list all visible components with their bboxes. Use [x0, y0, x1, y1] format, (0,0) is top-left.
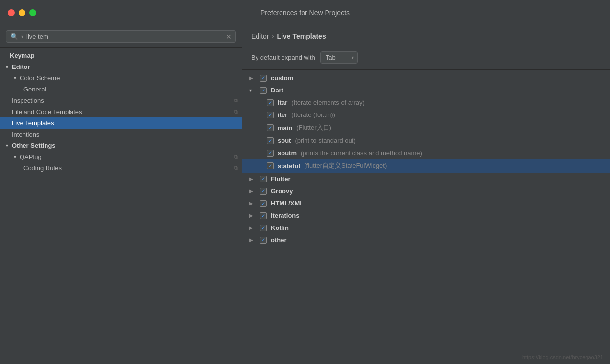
tpl-item-sout[interactable]: sout (print to standard out) [242, 135, 610, 147]
kotlin-checkbox[interactable] [260, 225, 267, 231]
sidebar-item-qaplug[interactable]: ▾ QAPlug ⧉ [0, 151, 242, 162]
sidebar-tree: Keymap ▾ Editor ▾ Color Scheme General I… [0, 48, 242, 364]
groovy-expand-icon: ▶ [249, 188, 256, 194]
tpl-item-stateful[interactable]: stateful (flutter自定义StateFulWidget) [242, 159, 610, 173]
iter-checkbox[interactable] [267, 112, 274, 118]
breadcrumb-current: Live Templates [277, 32, 326, 40]
kotlin-name: Kotlin [271, 224, 289, 231]
breadcrumb: Editor › Live Templates [251, 32, 601, 40]
color-scheme-expand-arrow: ▾ [12, 75, 18, 81]
sidebar-item-intentions[interactable]: Intentions [0, 129, 242, 140]
tpl-group-iterations[interactable]: ▶ iterations [242, 209, 610, 222]
tpl-group-other[interactable]: ▶ other [242, 234, 610, 246]
sidebar: 🔍 ▾ ✕ Keymap ▾ Editor ▾ Color Scheme [0, 25, 242, 364]
sidebar-item-live-templates[interactable]: Live Templates [0, 117, 242, 129]
html-xml-name: HTML/XML [271, 200, 304, 207]
tpl-group-kotlin[interactable]: ▶ Kotlin [242, 222, 610, 234]
sidebar-item-coding-rules[interactable]: Coding Rules ⧉ [0, 162, 242, 174]
other-name: other [271, 236, 287, 244]
keymap-label: Keymap [10, 52, 238, 59]
custom-expand-icon: ▶ [249, 75, 256, 81]
tpl-group-html-xml[interactable]: ▶ HTML/XML [242, 197, 610, 209]
expand-label: By default expand with [251, 54, 315, 61]
other-checkbox[interactable] [260, 237, 267, 244]
content-header: Editor › Live Templates [242, 25, 610, 46]
iter-name: iter [278, 111, 287, 118]
other-settings-expand-arrow: ▾ [4, 143, 10, 148]
custom-name: custom [271, 74, 293, 82]
tpl-group-groovy[interactable]: ▶ Groovy [242, 185, 610, 197]
main-container: 🔍 ▾ ✕ Keymap ▾ Editor ▾ Color Scheme [0, 25, 610, 364]
soutm-name: soutm [278, 149, 297, 157]
soutm-checkbox[interactable] [267, 150, 274, 157]
dart-name: Dart [271, 87, 283, 94]
itar-desc: (Iterate elements of array) [291, 99, 365, 106]
minimize-button[interactable] [19, 9, 25, 16]
sidebar-item-inspections[interactable]: Inspections ⧉ [0, 95, 242, 106]
breadcrumb-parent: Editor [251, 32, 269, 40]
main-name: main [278, 124, 292, 132]
stateful-desc: (flutter自定义StateFulWidget) [304, 161, 387, 170]
sidebar-item-general[interactable]: General [0, 84, 242, 95]
general-label: General [23, 86, 238, 93]
sidebar-item-color-scheme[interactable]: ▾ Color Scheme [0, 72, 242, 84]
iterations-expand-icon: ▶ [249, 213, 256, 218]
templates-list: ▶ custom ▾ Dart itar (Iterate elements o… [242, 70, 610, 364]
tpl-item-main[interactable]: main (Flutter入口) [242, 121, 610, 135]
tpl-group-custom[interactable]: ▶ custom [242, 72, 610, 84]
sidebar-item-file-code-templates[interactable]: File and Code Templates ⧉ [0, 106, 242, 117]
tpl-item-iter[interactable]: iter (Iterate (for..in)) [242, 109, 610, 121]
tpl-item-soutm[interactable]: soutm (prints the current class and meth… [242, 147, 610, 159]
other-settings-label: Other Settings [12, 142, 238, 149]
groovy-name: Groovy [271, 187, 293, 195]
sidebar-item-editor[interactable]: ▾ Editor [0, 61, 242, 72]
search-bar: 🔍 ▾ ✕ [0, 25, 242, 48]
expand-setting-row: By default expand with Tab Enter Space ▾ [242, 46, 610, 70]
stateful-checkbox[interactable] [267, 162, 274, 169]
itar-name: itar [278, 99, 287, 106]
stateful-name: stateful [278, 162, 300, 170]
html-xml-expand-icon: ▶ [249, 201, 256, 206]
dart-expand-icon: ▾ [249, 88, 256, 93]
intentions-label: Intentions [12, 131, 238, 138]
custom-checkbox[interactable] [260, 75, 267, 82]
dart-checkbox[interactable] [260, 87, 267, 94]
search-wrapper: 🔍 ▾ ✕ [6, 30, 236, 43]
itar-checkbox[interactable] [267, 99, 274, 106]
main-desc: (Flutter入口) [296, 123, 331, 132]
tpl-group-flutter[interactable]: ▶ Flutter [242, 173, 610, 185]
sidebar-item-keymap[interactable]: Keymap [0, 50, 242, 61]
tpl-item-itar[interactable]: itar (Iterate elements of array) [242, 96, 610, 109]
html-xml-checkbox[interactable] [260, 200, 267, 207]
other-expand-icon: ▶ [249, 237, 256, 243]
iterations-name: iterations [271, 212, 300, 219]
file-code-templates-label: File and Code Templates [12, 108, 232, 115]
flutter-name: Flutter [271, 175, 290, 182]
qaplug-label: QAPlug [20, 153, 232, 160]
expand-dropdown[interactable]: Tab Enter Space [320, 51, 358, 64]
search-input[interactable] [26, 33, 223, 40]
sout-checkbox[interactable] [267, 137, 274, 144]
maximize-button[interactable] [29, 9, 36, 16]
sout-name: sout [278, 137, 291, 144]
flutter-checkbox[interactable] [260, 176, 267, 182]
close-button[interactable] [8, 9, 15, 16]
kotlin-expand-icon: ▶ [249, 225, 256, 230]
sout-desc: (print to standard out) [295, 137, 355, 144]
tpl-group-dart[interactable]: ▾ Dart [242, 84, 610, 96]
iterations-checkbox[interactable] [260, 212, 267, 219]
qaplug-copy-icon: ⧉ [234, 154, 238, 160]
sidebar-item-other-settings[interactable]: ▾ Other Settings [0, 140, 242, 151]
content-panel: Editor › Live Templates By default expan… [242, 25, 610, 364]
search-clear-icon[interactable]: ✕ [226, 33, 232, 40]
inspections-copy-icon: ⧉ [234, 97, 238, 104]
window-title: Preferences for New Projects [260, 9, 350, 17]
soutm-desc: (prints the current class and method nam… [301, 149, 422, 157]
search-dropdown-icon[interactable]: ▾ [21, 34, 23, 39]
expand-dropdown-wrapper: Tab Enter Space ▾ [320, 51, 358, 64]
main-checkbox[interactable] [267, 124, 274, 131]
inspections-label: Inspections [12, 97, 232, 104]
window-controls [8, 9, 36, 16]
coding-rules-copy-icon: ⧉ [234, 165, 238, 171]
groovy-checkbox[interactable] [260, 188, 267, 195]
